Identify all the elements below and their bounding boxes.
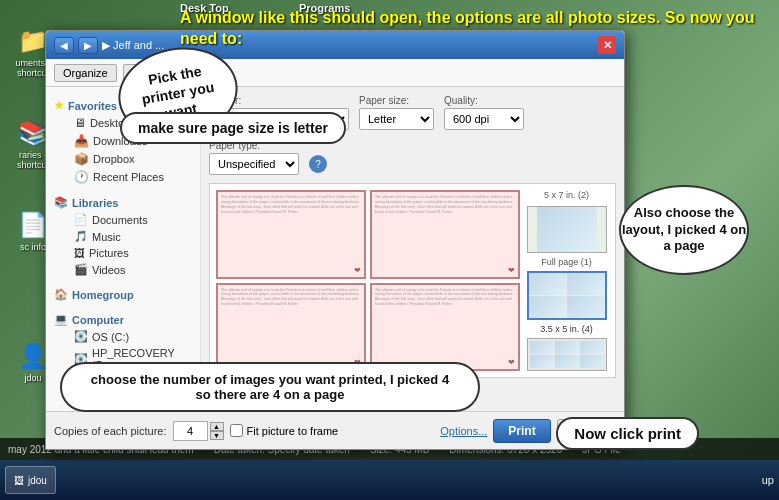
tiny-1 [530,341,554,354]
computer-header[interactable]: 💻 Computer [54,311,192,328]
photo-thumb-3: The ultimate end of society is to insist… [216,283,366,372]
tiny-2 [555,341,579,354]
tiny-6 [580,355,604,368]
quality-label: Quality: [444,95,524,106]
library-icon: 📚 [54,196,68,209]
libraries-section: 📚 Libraries 📄Documents 🎵Music 🖼Pictures … [46,190,200,282]
copies-input[interactable] [173,421,208,441]
copies-label: Copies of each picture: [54,425,167,437]
home-icon: 🏠 [54,288,68,301]
tiny-5 [555,355,579,368]
annotation-copies: choose the number of images you want pri… [60,362,480,412]
paper-type-select[interactable]: Unspecified [209,153,299,175]
spinner-up[interactable]: ▲ [210,422,224,431]
layout-4up[interactable] [527,271,607,320]
sidebar-item-music[interactable]: 🎵Music [54,228,192,245]
tiny-3 [580,341,604,354]
photo-thumb-4: The ultimate end of society is to insist… [370,283,520,372]
mini-3 [529,296,567,318]
sidebar-item-videos[interactable]: 🎬Videos [54,261,192,278]
annotation-layout: Also choose the layout, I picked 4 on a … [619,185,749,275]
photo-thumb-1: The ultimate end of society is to insist… [216,190,366,279]
annotation-click-print: Now click print [556,417,699,450]
annotation-page-size: make sure page size is letter [120,112,346,144]
tiny-4 [530,355,554,368]
layout-options-sidebar: 5 x 7 in. (2) Full page (1) 3.5 x 5 in. … [524,190,609,371]
print-dialog-footer: Copies of each picture: ▲ ▼ Fit picture … [46,411,624,449]
organize-button[interactable]: Organize [54,64,117,82]
taskbar: 🖼 jdou up [0,460,779,500]
print-button[interactable]: Print [493,419,550,443]
sidebar-item-documents[interactable]: 📄Documents [54,211,192,228]
mini-1 [529,273,567,295]
layout-6up[interactable] [527,338,607,371]
paper-size-label: Paper size: [359,95,434,106]
taskbar-time: up [762,473,774,487]
spinner-buttons: ▲ ▼ [210,422,224,440]
folder-icon: 🖥 [74,116,86,130]
print-preview-area: The ultimate end of society is to insist… [209,183,616,378]
layout-4up-label: 3.5 x 5 in. (4) [540,324,593,334]
titlebar-nav: ◀ ▶ ▶ Jeff and ... [54,37,164,54]
folder-icon2: 📥 [74,134,89,148]
options-link[interactable]: Options... [440,425,487,437]
copies-spinner: ▲ ▼ [173,421,224,441]
help-button[interactable]: ? [309,155,327,173]
layout-full-page[interactable] [527,206,607,253]
forward-button[interactable]: ▶ [78,37,98,54]
videos-icon: 🎬 [74,263,88,276]
path-label: ▶ Jeff and ... [102,39,164,52]
paper-size-select[interactable]: Letter [359,108,434,130]
sidebar-item-recent[interactable]: 🕐 Recent Places [54,168,192,186]
docs-icon: 📄 [74,213,88,226]
layout-full-preview [537,207,597,252]
taskbar-btn-jdou[interactable]: 🖼 jdou [5,466,56,494]
paper-size-setting: Paper size: Letter [359,95,434,130]
layout-options-label: 5 x 7 in. (2) [544,190,589,200]
drive-icon: 💽 [74,330,88,343]
star-icon: ★ [54,99,64,112]
fit-checkbox[interactable] [230,424,243,437]
mini-4 [567,296,605,318]
full-page-label: Full page (1) [541,257,592,267]
mini-2 [567,273,605,295]
music-icon: 🎵 [74,230,88,243]
spinner-down[interactable]: ▼ [210,431,224,440]
paper-type-setting: Paper type: Unspecified [209,140,299,175]
quality-select[interactable]: 600 dpi [444,108,524,130]
fit-label: Fit picture to frame [247,425,339,437]
libraries-header[interactable]: 📚 Libraries [54,194,192,211]
pictures-icon: 🖼 [74,247,85,259]
taskbar-icon: 🖼 [14,475,24,486]
footer-left-controls: Copies of each picture: ▲ ▼ Fit picture … [54,421,338,441]
recent-icon: 🕐 [74,170,89,184]
fit-picture-checkbox-group: Fit picture to frame [230,424,339,437]
sidebar-item-osc[interactable]: 💽OS (C:) [54,328,192,345]
sidebar-item-dropbox[interactable]: 📦 Dropbox [54,150,192,168]
annotation-top: A window like this should open, the opti… [180,8,769,50]
dropbox-icon: 📦 [74,152,89,166]
back-button[interactable]: ◀ [54,37,74,54]
computer-icon: 💻 [54,313,68,326]
photo-thumb-2: The ultimate end of society is to insist… [370,190,520,279]
photo-grid: The ultimate end of society is to insist… [216,190,520,371]
sidebar-item-pictures[interactable]: 🖼Pictures [54,245,192,261]
homegroup-section: 🏠 Homegroup [46,282,200,307]
quality-setting: Quality: 600 dpi [444,95,524,130]
homegroup-header[interactable]: 🏠 Homegroup [54,286,192,303]
